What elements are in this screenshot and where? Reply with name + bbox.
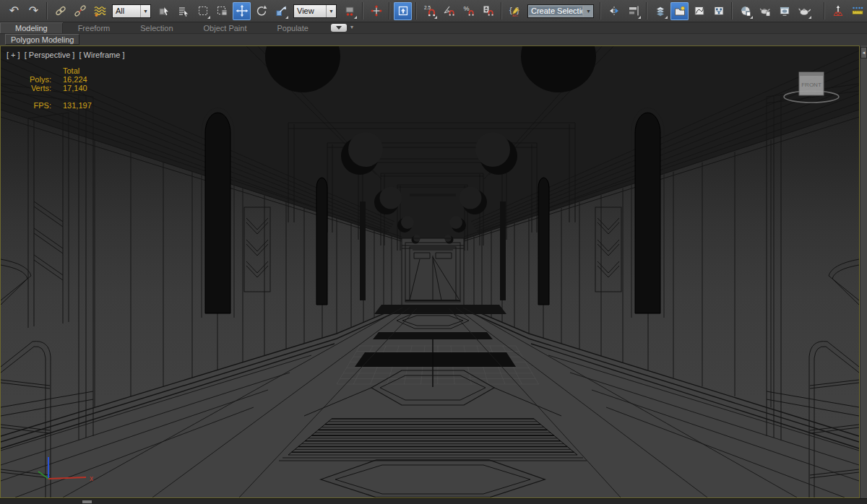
spinner-snap-button[interactable] bbox=[479, 2, 497, 20]
use-pivot-center-button[interactable] bbox=[340, 2, 358, 20]
teapot-icon bbox=[798, 4, 811, 17]
manipulate-cross-icon bbox=[370, 4, 383, 17]
select-and-scale-button[interactable] bbox=[272, 2, 290, 20]
folder-bulb-icon bbox=[673, 4, 686, 17]
toggle-ribbon-button[interactable] bbox=[670, 2, 689, 20]
frame-window-icon bbox=[778, 4, 791, 17]
select-by-name-button[interactable] bbox=[174, 2, 192, 20]
rendered-frame-button[interactable] bbox=[775, 2, 793, 20]
selection-filter-dropdown[interactable]: All ▼ bbox=[112, 4, 151, 18]
spinner-snap-icon bbox=[482, 4, 495, 17]
timeline-strip bbox=[0, 498, 867, 504]
list-cursor-icon bbox=[177, 4, 190, 17]
align-button[interactable] bbox=[624, 2, 642, 20]
stats-column-header: Total bbox=[63, 66, 118, 75]
polygon-modeling-panel-tab[interactable]: Polygon Modeling bbox=[5, 34, 79, 45]
main-toolbar: ↶ ↷ All ▼ bbox=[0, 0, 867, 22]
viewport-pov-menu[interactable]: [ Perspective ] bbox=[25, 51, 75, 59]
truss-icon bbox=[832, 4, 845, 17]
fps-value: 131,197 bbox=[63, 101, 118, 110]
material-sphere-icon bbox=[739, 4, 752, 17]
snap-magnet-25-icon: 2.5 bbox=[423, 4, 436, 17]
ribbon-panel-bar: Polygon Modeling bbox=[0, 34, 867, 45]
verts-label: Verts: bbox=[8, 84, 51, 92]
named-selection-dropdown[interactable]: Create Selection Se ▼ bbox=[527, 4, 594, 18]
truss-tool-button[interactable] bbox=[829, 2, 847, 20]
toolbar-separator bbox=[362, 2, 363, 19]
reference-coordinate-dropdown[interactable]: View ▼ bbox=[293, 4, 337, 18]
scene-wireframe[interactable] bbox=[1, 46, 859, 498]
schematic-view-button[interactable] bbox=[709, 2, 728, 20]
mirror-icon bbox=[608, 4, 621, 17]
percent-snap-button[interactable]: % bbox=[460, 2, 478, 20]
unlink-selection-button[interactable] bbox=[71, 2, 89, 20]
tab-freeform[interactable]: Freeform bbox=[63, 22, 126, 33]
right-panel-strip: ◂ bbox=[860, 45, 867, 498]
select-object-button[interactable] bbox=[155, 2, 173, 20]
render-setup-button[interactable] bbox=[756, 2, 774, 20]
teapot-page-icon bbox=[759, 4, 772, 17]
ribbon-options-caret[interactable]: ▾ bbox=[350, 24, 353, 33]
edit-named-selections-button[interactable]: {}ABC bbox=[506, 2, 524, 20]
tab-modeling[interactable]: Modeling bbox=[0, 22, 63, 33]
perspective-viewport[interactable]: [ + ] [ Perspective ] [ Wireframe ] Tota… bbox=[0, 45, 860, 498]
verts-value: 17,140 bbox=[63, 84, 118, 92]
snaps-toggle-button[interactable]: 2.5 bbox=[420, 2, 439, 20]
keyboard-override-toggle-button[interactable] bbox=[394, 2, 412, 20]
selection-region-button[interactable] bbox=[194, 2, 212, 20]
move-arrows-icon bbox=[236, 4, 249, 17]
time-slider-handle[interactable] bbox=[82, 500, 92, 503]
stats-gap bbox=[8, 92, 118, 101]
toolbar-separator bbox=[646, 2, 647, 19]
select-and-manipulate-button[interactable] bbox=[367, 2, 385, 20]
named-selection-value: Create Selection Se bbox=[529, 6, 582, 15]
rotate-circle-icon bbox=[255, 4, 268, 17]
schematic-boxes-icon bbox=[712, 4, 725, 17]
toolbar-separator bbox=[824, 2, 825, 19]
select-and-link-button[interactable] bbox=[51, 2, 69, 20]
chevron-down-icon: ▼ bbox=[326, 5, 336, 17]
window-crossing-toggle-button[interactable] bbox=[213, 2, 231, 20]
ruler-tool-button[interactable] bbox=[848, 2, 866, 20]
curve-editor-button[interactable] bbox=[690, 2, 708, 20]
layers-icon bbox=[654, 4, 667, 17]
angle-snap-icon bbox=[443, 4, 456, 17]
mirror-button[interactable] bbox=[605, 2, 623, 20]
bind-to-space-warp-button[interactable] bbox=[90, 2, 108, 20]
svg-text:ABC: ABC bbox=[512, 14, 518, 17]
pivot-center-icon bbox=[343, 4, 356, 17]
select-and-move-button[interactable] bbox=[233, 2, 251, 20]
viewcube-cube[interactable]: FRONT bbox=[799, 72, 824, 95]
ribbon-tab-bar: Modeling Freeform Selection Object Paint… bbox=[0, 22, 867, 34]
tab-object-paint[interactable]: Object Paint bbox=[189, 22, 262, 33]
viewport-general-menu[interactable]: [ + ] bbox=[7, 51, 20, 59]
viewcube-front-label: FRONT bbox=[801, 82, 821, 88]
viewport-shading-menu[interactable]: [ Wireframe ] bbox=[79, 51, 124, 59]
material-editor-button[interactable] bbox=[736, 2, 754, 20]
layer-manager-button[interactable] bbox=[651, 2, 669, 20]
toolbar-separator bbox=[600, 2, 601, 19]
svg-text:2.5: 2.5 bbox=[424, 5, 431, 10]
render-button[interactable] bbox=[795, 2, 813, 20]
select-and-rotate-button[interactable] bbox=[252, 2, 270, 20]
stats-spacer bbox=[8, 66, 51, 75]
world-axis-gizmo: x bbox=[28, 453, 108, 493]
selection-filter-value: All bbox=[113, 6, 140, 15]
coord-system-value: View bbox=[294, 6, 326, 15]
redo-icon: ↷ bbox=[29, 5, 38, 17]
minimize-ribbon-button[interactable] bbox=[331, 24, 347, 32]
3ds-max-window: ↶ ↷ All ▼ bbox=[0, 0, 867, 504]
tab-populate[interactable]: Populate bbox=[262, 22, 323, 33]
redo-button[interactable]: ↷ bbox=[25, 2, 43, 20]
undo-button[interactable]: ↶ bbox=[5, 2, 23, 20]
x-axis-label: x bbox=[90, 474, 93, 482]
viewport-label: [ + ] [ Perspective ] [ Wireframe ] bbox=[7, 51, 126, 59]
polys-value: 16,224 bbox=[63, 75, 118, 84]
space-warp-waves-icon bbox=[93, 4, 106, 17]
tab-selection[interactable]: Selection bbox=[125, 22, 188, 33]
angle-snap-button[interactable] bbox=[440, 2, 458, 20]
viewcube[interactable]: FRONT bbox=[777, 62, 846, 110]
undo-icon: ↶ bbox=[9, 5, 19, 17]
dashed-rectangle-icon bbox=[197, 4, 210, 17]
expand-panel-button[interactable]: ◂ bbox=[860, 47, 867, 58]
